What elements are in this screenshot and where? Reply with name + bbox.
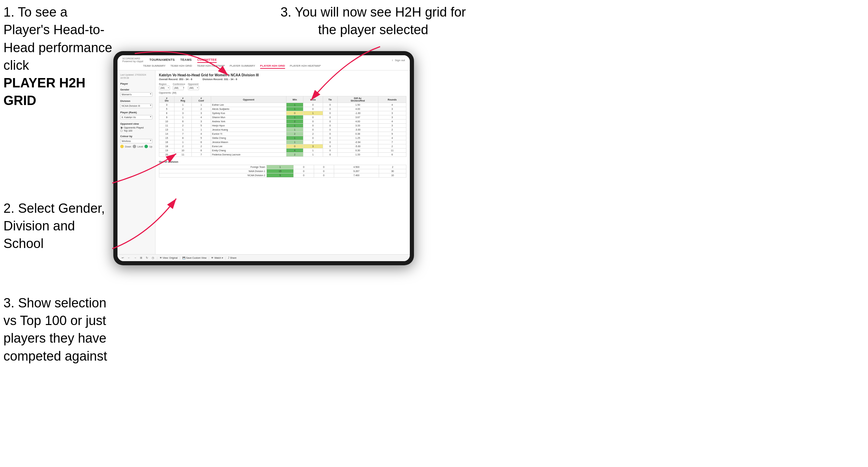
cell-diff: 0.30 bbox=[337, 149, 378, 153]
nav-right: i Sign out bbox=[392, 59, 405, 62]
cell-tie: 0 bbox=[323, 136, 337, 140]
cell-div: 5 bbox=[159, 107, 174, 111]
filter-region-group: Region (All) bbox=[159, 83, 170, 90]
toolbar-save-custom-view[interactable]: 💾 Save Custom View bbox=[182, 257, 207, 259]
filter-opponent-select[interactable]: (All) bbox=[188, 86, 199, 90]
cell-diff: 0.38 bbox=[337, 132, 378, 136]
sub-nav: TEAM SUMMARY TEAM H2H GRID TEAM H2H HEAT… bbox=[122, 64, 405, 70]
filters-row: Region (All) Conference (All bbox=[159, 83, 406, 90]
cell-diff: 1.33 bbox=[337, 153, 378, 157]
radio-label-opponents: Opponents Played bbox=[124, 126, 144, 129]
cell-win: 0 bbox=[286, 111, 303, 115]
colour-by-label: Colour by bbox=[120, 135, 152, 138]
sidebar-player-rank-section: Player (Rank) 8. Katelyn Vo bbox=[120, 111, 152, 120]
cell-rounds: 2 bbox=[378, 128, 406, 132]
division-select[interactable]: NCAA Division III bbox=[120, 104, 152, 108]
cell-rounds: 6 bbox=[378, 153, 406, 157]
cell-div: 18 bbox=[159, 144, 174, 149]
subnav-team-h2h-heatmap[interactable]: TEAM H2H HEATMAP bbox=[197, 64, 225, 69]
filter-region-select[interactable]: (All) bbox=[159, 86, 170, 90]
toolbar-watch[interactable]: 👁 Watch ▾ bbox=[211, 257, 223, 259]
subnav-team-summary[interactable]: TEAM SUMMARY bbox=[143, 64, 166, 69]
cell-opponent: Alexis Sudjianto bbox=[211, 107, 286, 111]
toolbar-view-original[interactable]: 👁 View: Original bbox=[160, 257, 178, 259]
toolbar-forward[interactable]: → bbox=[133, 256, 137, 260]
radio-dot-opponents bbox=[120, 126, 123, 129]
toolbar-back[interactable]: ← bbox=[127, 256, 131, 260]
cell-rounds: 7 bbox=[378, 140, 406, 144]
subnav-player-summary[interactable]: PLAYER SUMMARY bbox=[230, 64, 255, 69]
step1-bold: PLAYER H2H GRID bbox=[3, 76, 85, 108]
nav-items: TOURNAMENTS TEAMS COMMITTEE bbox=[150, 57, 386, 63]
toolbar-grid[interactable]: ⊞ bbox=[139, 256, 143, 260]
out-cell-tie: 0 bbox=[314, 173, 334, 178]
cell-tie: 0 bbox=[323, 153, 337, 157]
subnav-team-h2h-grid[interactable]: TEAM H2H GRID bbox=[170, 64, 192, 69]
cell-tie: 0 bbox=[323, 140, 337, 144]
radio-top100[interactable]: Top 100 bbox=[120, 130, 152, 132]
cell-conf: 1 bbox=[191, 128, 211, 132]
cell-opponent: Heejo Hyun bbox=[211, 124, 286, 128]
out-cell-rounds: 10 bbox=[379, 173, 406, 178]
toolbar-sep4: | bbox=[225, 257, 226, 259]
filter-conference-select[interactable]: (All) bbox=[173, 86, 184, 90]
app-logo: SCOREBOARD Powered by clippd bbox=[122, 57, 143, 63]
table-row: 15 8 5 Stella Cheng 1 0 0 1.25 4 bbox=[159, 136, 406, 140]
th-reg: #Reg bbox=[174, 96, 191, 103]
cell-loss: 0 bbox=[303, 103, 323, 107]
instruction-step3b: 3. Show selection vs Top 100 or just pla… bbox=[3, 294, 114, 365]
toolbar-refresh[interactable]: ↻ bbox=[145, 256, 149, 260]
nav-info[interactable]: i bbox=[392, 59, 393, 62]
table-row: 3 1 1 Esther Lee 1 0 0 1.50 4 bbox=[159, 103, 406, 107]
h2h-table: #Div #Reg #Conf Opponent Win Loss Tie Di… bbox=[159, 96, 406, 157]
cell-rounds: 2 bbox=[378, 144, 406, 149]
subnav-player-h2h-grid[interactable]: PLAYER H2H GRID bbox=[260, 64, 285, 69]
colour-by-select[interactable]: Win/loss bbox=[120, 139, 152, 143]
cell-win: 1 bbox=[286, 128, 303, 132]
colour-by-select-wrap: Win/loss bbox=[120, 139, 152, 143]
subnav-player-h2h-heatmap[interactable]: PLAYER H2H HEATMAP bbox=[290, 64, 321, 69]
cell-conf: 7 bbox=[191, 153, 211, 157]
cell-win: 1 bbox=[286, 103, 303, 107]
sidebar-opponent-view-section: Opponent view Opponents Played Top 100 bbox=[120, 122, 152, 132]
cell-rounds: 3 bbox=[378, 115, 406, 120]
cell-loss: 2 bbox=[303, 140, 323, 144]
toolbar-clock[interactable]: ◷ bbox=[151, 256, 155, 260]
cell-reg: 1 bbox=[174, 128, 191, 132]
nav-committee[interactable]: COMMITTEE bbox=[197, 57, 217, 63]
out-table-row: NCAA Division 2 5 0 0 7.400 10 bbox=[159, 173, 406, 178]
table-row: 18 2 2 Euna Lee 0 3 0 -5.00 2 bbox=[159, 144, 406, 149]
sidebar-division-section: Division NCAA Division III bbox=[120, 99, 152, 108]
nav-tournaments[interactable]: TOURNAMENTS bbox=[150, 57, 175, 63]
cell-tie: 0 bbox=[323, 149, 337, 153]
out-cell-win: 1 bbox=[266, 165, 294, 169]
overall-record: Overall Record: 353 - 34 - 6 bbox=[159, 78, 192, 81]
cell-loss: 0 bbox=[303, 115, 323, 120]
toolbar-undo[interactable]: ↩ bbox=[121, 256, 125, 260]
cell-loss: 0 bbox=[303, 124, 323, 128]
instructions-left: 1. To see a Player's Head-to-Head perfor… bbox=[3, 3, 114, 373]
cell-win: 2 bbox=[286, 120, 303, 124]
out-table-row: NAIA Division 1 15 0 0 9.267 30 bbox=[159, 169, 406, 173]
out-cell-loss: 0 bbox=[294, 173, 314, 178]
nav-signout[interactable]: Sign out bbox=[395, 59, 405, 62]
cell-div: 9 bbox=[159, 115, 174, 120]
cell-tie: 0 bbox=[323, 132, 337, 136]
gender-select[interactable]: Women's bbox=[120, 92, 152, 97]
cell-div: 20 bbox=[159, 153, 174, 157]
radio-opponents-played[interactable]: Opponents Played bbox=[120, 126, 152, 129]
toolbar-share[interactable]: ⤴ Share bbox=[228, 257, 237, 259]
legend: Down Level Up bbox=[120, 145, 152, 148]
cell-win: 2 bbox=[286, 153, 303, 157]
cell-loss: 0 bbox=[303, 107, 323, 111]
filter-opponent-group: Opponent (All) bbox=[188, 83, 199, 90]
cell-div: 6 bbox=[159, 111, 174, 115]
out-of-division: Out of division Foreign Team 1 0 0 4.500… bbox=[159, 160, 406, 178]
player-rank-select[interactable]: 8. Katelyn Vo bbox=[120, 115, 152, 120]
cell-reg: 1 bbox=[174, 140, 191, 144]
cell-opponent: Sharon Mun bbox=[211, 115, 286, 120]
nav-teams[interactable]: TEAMS bbox=[180, 57, 192, 63]
filter-region-select-wrap: (All) bbox=[159, 86, 170, 90]
bottom-toolbar: ↩ ← → ⊞ ↻ ◷ | 👁 View: Original | 💾 Save … bbox=[117, 254, 410, 261]
th-win: Win bbox=[286, 96, 303, 103]
